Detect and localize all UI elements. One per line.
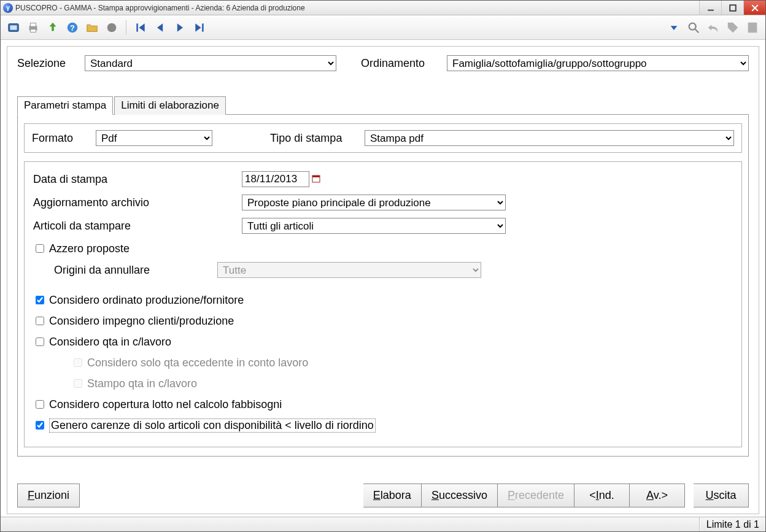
articoli-select[interactable]: Tutti gli articoli: [242, 218, 506, 234]
tab-limiti[interactable]: Limiti di elaborazione: [114, 96, 226, 115]
uscita-button[interactable]: Uscita: [694, 484, 749, 507]
prev-icon[interactable]: [152, 20, 168, 36]
selezione-label: Selezione: [17, 57, 79, 70]
window-title: PUSCOPRO - GAMMA - Stampa approvvigionam…: [15, 4, 305, 12]
sheet-icon[interactable]: [745, 20, 760, 36]
azzero-label: Azzero proposte: [49, 242, 130, 255]
chk-stampo-qta: [74, 379, 82, 388]
svg-rect-13: [202, 23, 204, 31]
svg-line-15: [695, 29, 699, 33]
chk-copertura[interactable]: [36, 400, 44, 409]
chk-qta-clavoro[interactable]: [36, 337, 44, 346]
undo-icon[interactable]: [705, 20, 721, 36]
chk-ordinato-label: Considero ordinato produzione/fornitore: [49, 294, 244, 307]
data-stampa-input[interactable]: [242, 171, 309, 187]
first-icon[interactable]: [133, 20, 149, 36]
chk-stampo-qta-label: Stampo qta in c/lavoro: [87, 377, 197, 390]
last-icon[interactable]: [192, 20, 207, 36]
status-limit: Limite 1 di 1: [700, 519, 765, 530]
aggiornamento-label: Aggiornamento archivio: [33, 196, 242, 209]
origini-label: Origini da annullare: [33, 264, 217, 277]
chk-qta-clavoro-label: Considero qta in c/lavoro: [49, 336, 171, 349]
precedente-button: Precedente: [498, 484, 574, 507]
svg-text:?: ?: [70, 23, 75, 32]
selezione-select[interactable]: Standard: [85, 55, 336, 71]
calendar-icon[interactable]: [312, 174, 320, 185]
titlebar: γ PUSCOPRO - GAMMA - Stampa approvvigion…: [1, 1, 765, 15]
funzioni-button[interactable]: Funzioni: [17, 484, 80, 507]
chk-copertura-label: Considero copertura lotto nel calcolo fa…: [49, 398, 282, 411]
articoli-label: Articoli da stampare: [33, 220, 242, 233]
data-stampa-label: Data di stampa: [33, 173, 242, 186]
ind-button[interactable]: <Ind.: [574, 484, 630, 507]
svg-point-11: [107, 23, 117, 32]
svg-rect-8: [30, 29, 36, 32]
chk-genero-carenze[interactable]: [36, 421, 44, 430]
svg-rect-18: [312, 175, 320, 177]
av-button[interactable]: Av.>: [630, 484, 685, 507]
tipo-stampa-label: Tipo di stampa: [270, 132, 356, 145]
record-icon[interactable]: [104, 20, 120, 36]
formato-select[interactable]: Pdf: [96, 130, 212, 146]
app-icon: γ: [3, 3, 13, 13]
svg-rect-16: [748, 22, 757, 33]
successivo-button[interactable]: Successivo: [422, 484, 498, 507]
tab-parametri[interactable]: Parametri stampa: [17, 96, 113, 115]
ordinamento-label: Ordinamento: [361, 57, 441, 70]
toolbar: ?: [1, 15, 765, 40]
origini-select: Tutte: [217, 262, 481, 278]
export-icon[interactable]: [45, 20, 61, 36]
chk-qta-eccedente-label: Considero solo qta eccedente in conto la…: [87, 357, 308, 369]
chk-genero-carenze-label: Genero carenze di solo articoli con disp…: [49, 418, 376, 433]
elabora-button[interactable]: Elabora: [363, 484, 422, 507]
tab-body: Formato Pdf Tipo di stampa Stampa pdf Da…: [17, 114, 749, 457]
search-icon[interactable]: [686, 20, 702, 36]
app-window: γ PUSCOPRO - GAMMA - Stampa approvvigion…: [0, 0, 766, 532]
aggiornamento-select[interactable]: Proposte piano principale di produzione: [242, 195, 506, 210]
formato-label: Formato: [32, 132, 87, 145]
statusbar: Limite 1 di 1: [1, 517, 765, 531]
svg-rect-5: [10, 25, 17, 29]
dropdown-chevron-icon[interactable]: [666, 20, 682, 36]
ordinamento-select[interactable]: Famiglia/sottofamiglia/gruppo/sottogrupp…: [447, 55, 749, 71]
help-icon[interactable]: ?: [64, 20, 80, 36]
tipo-stampa-select[interactable]: Stampa pdf: [365, 130, 734, 146]
svg-point-14: [689, 23, 696, 29]
chk-qta-eccedente: [74, 358, 82, 367]
tag-icon[interactable]: [725, 20, 741, 36]
print-icon[interactable]: [25, 20, 41, 36]
svg-rect-1: [730, 5, 736, 11]
svg-rect-12: [136, 23, 138, 31]
next-icon[interactable]: [172, 20, 188, 36]
folder-icon[interactable]: [84, 20, 100, 36]
svg-rect-7: [30, 23, 36, 26]
azzero-checkbox[interactable]: [36, 244, 44, 253]
preview-icon[interactable]: [6, 20, 21, 36]
close-button[interactable]: [743, 1, 765, 15]
chk-impegno-label: Considero impegno clienti/produzione: [49, 315, 234, 328]
chk-impegno[interactable]: [36, 317, 44, 325]
minimize-button[interactable]: [699, 1, 721, 15]
chk-ordinato[interactable]: [36, 296, 44, 304]
maximize-button[interactable]: [721, 1, 743, 15]
